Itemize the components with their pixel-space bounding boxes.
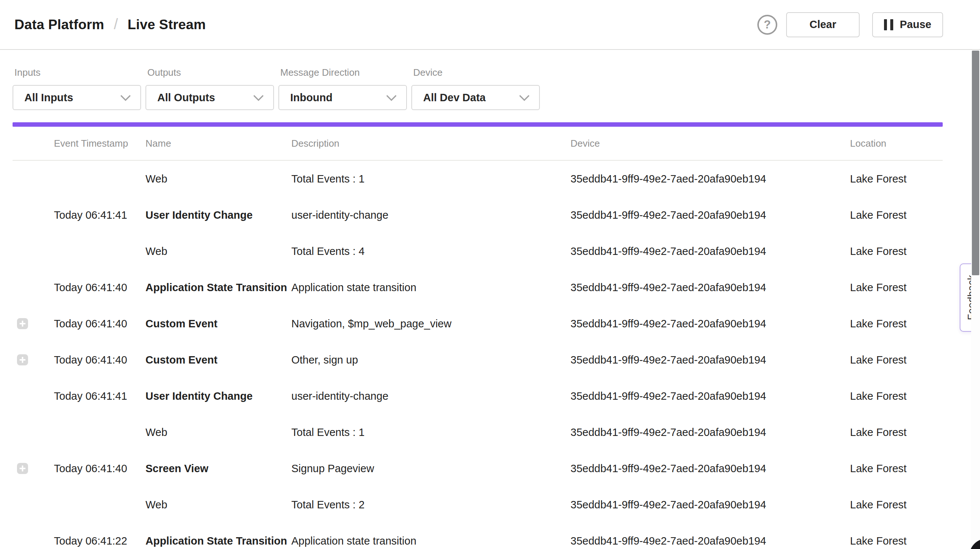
outputs-select[interactable]: All Outputs: [145, 85, 274, 110]
event-description: Application state transition: [291, 281, 571, 294]
filter-outputs-label: Outputs: [145, 67, 274, 78]
filter-inputs: Inputs All Inputs: [13, 67, 141, 110]
column-header-description: Description: [291, 138, 571, 149]
table-row[interactable]: WebTotal Events : 235eddb41-9ff9-49e2-7a…: [13, 487, 943, 523]
event-location: Lake Forest: [850, 245, 943, 257]
event-description: Total Events : 1: [291, 426, 571, 439]
event-description: Other, sign up: [291, 354, 571, 366]
table-row[interactable]: Today 06:41:40Custom EventNavigation, $m…: [13, 306, 943, 342]
event-location: Lake Forest: [850, 209, 943, 221]
event-timestamp: Today 06:41:41: [54, 209, 145, 221]
expand-row-button[interactable]: [17, 463, 28, 474]
events-table: Event Timestamp Name Description Device …: [13, 127, 943, 549]
help-icon[interactable]: ?: [757, 15, 777, 35]
table-row[interactable]: Today 06:41:40Custom EventOther, sign up…: [13, 342, 943, 378]
breadcrumb-item-data-platform[interactable]: Data Platform: [14, 17, 104, 32]
event-name: User Identity Change: [145, 209, 291, 221]
table-row[interactable]: WebTotal Events : 135eddb41-9ff9-49e2-7a…: [13, 414, 943, 450]
clear-button[interactable]: Clear: [786, 12, 860, 37]
column-header-location: Location: [850, 138, 943, 149]
expand-cell: [13, 354, 54, 365]
event-location: Lake Forest: [850, 535, 943, 547]
event-timestamp: Today 06:41:40: [54, 354, 145, 366]
device-select[interactable]: All Dev Data: [411, 85, 540, 110]
event-device: 35eddb41-9ff9-49e2-7aed-20afa90eb194: [571, 499, 850, 511]
event-description: user-identity-change: [291, 209, 571, 221]
expand-row-button[interactable]: [17, 318, 28, 329]
table-row[interactable]: Today 06:41:41User Identity Changeuser-i…: [13, 378, 943, 414]
event-name: User Identity Change: [145, 390, 291, 402]
filter-device-label: Device: [411, 67, 540, 78]
inputs-select-value: All Inputs: [24, 92, 73, 104]
event-name: Web: [145, 173, 291, 185]
message-direction-select-value: Inbound: [290, 92, 332, 104]
event-location: Lake Forest: [850, 173, 943, 185]
plus-icon: [19, 357, 25, 363]
event-device: 35eddb41-9ff9-49e2-7aed-20afa90eb194: [571, 354, 850, 366]
outputs-select-value: All Outputs: [157, 92, 215, 104]
event-location: Lake Forest: [850, 354, 943, 366]
event-name: Application State Transition: [145, 281, 291, 294]
expand-row-button[interactable]: [17, 354, 28, 365]
event-device: 35eddb41-9ff9-49e2-7aed-20afa90eb194: [571, 535, 850, 547]
chevron-down-icon: [386, 91, 396, 101]
page-header: Data Platform / Live Stream ? Clear Paus…: [0, 0, 980, 50]
breadcrumb-item-live-stream: Live Stream: [127, 17, 206, 32]
chevron-down-icon: [253, 91, 264, 101]
table-row[interactable]: Today 06:41:40Screen ViewSignup Pageview…: [13, 450, 943, 487]
device-select-value: All Dev Data: [423, 92, 485, 104]
pause-button-label: Pause: [900, 19, 931, 31]
event-location: Lake Forest: [850, 426, 943, 439]
scrollbar-thumb[interactable]: [972, 51, 979, 275]
event-name: Web: [145, 245, 291, 257]
chevron-down-icon: [519, 91, 530, 101]
event-timestamp: Today 06:41:22: [54, 535, 145, 547]
pause-icon: [884, 19, 893, 30]
event-device: 35eddb41-9ff9-49e2-7aed-20afa90eb194: [571, 318, 850, 330]
event-device: 35eddb41-9ff9-49e2-7aed-20afa90eb194: [571, 281, 850, 294]
expand-cell: [13, 318, 54, 329]
header-actions: ? Clear Pause: [757, 12, 943, 37]
event-description: Total Events : 2: [291, 499, 571, 511]
event-timestamp: Today 06:41:41: [54, 390, 145, 402]
filter-device: Device All Dev Data: [411, 67, 540, 110]
breadcrumb-separator-icon: /: [114, 16, 118, 32]
event-name: Custom Event: [145, 318, 291, 330]
table-row[interactable]: WebTotal Events : 135eddb41-9ff9-49e2-7a…: [13, 161, 943, 197]
event-name: Web: [145, 499, 291, 511]
event-description: Total Events : 4: [291, 245, 571, 257]
plus-icon: [19, 466, 25, 471]
event-description: Navigation, $mp_web_page_view: [291, 318, 571, 330]
event-device: 35eddb41-9ff9-49e2-7aed-20afa90eb194: [571, 463, 850, 475]
pause-button[interactable]: Pause: [872, 12, 943, 37]
table-row[interactable]: WebTotal Events : 435eddb41-9ff9-49e2-7a…: [13, 233, 943, 269]
expand-cell: [13, 463, 54, 474]
message-direction-select[interactable]: Inbound: [278, 85, 407, 110]
event-description: Signup Pageview: [291, 463, 571, 475]
scrollbar-track[interactable]: [971, 51, 980, 549]
table-body: WebTotal Events : 135eddb41-9ff9-49e2-7a…: [13, 161, 943, 549]
clear-button-label: Clear: [810, 19, 836, 31]
event-timestamp: Today 06:41:40: [54, 318, 145, 330]
filter-message-direction-label: Message Direction: [278, 67, 407, 78]
event-name: Screen View: [145, 463, 291, 475]
event-location: Lake Forest: [850, 390, 943, 402]
table-row[interactable]: Today 06:41:22Application State Transiti…: [13, 523, 943, 549]
column-header-device: Device: [571, 138, 850, 149]
event-location: Lake Forest: [850, 318, 943, 330]
event-location: Lake Forest: [850, 463, 943, 475]
filter-outputs: Outputs All Outputs: [145, 67, 274, 110]
event-device: 35eddb41-9ff9-49e2-7aed-20afa90eb194: [571, 390, 850, 402]
event-device: 35eddb41-9ff9-49e2-7aed-20afa90eb194: [571, 209, 850, 221]
event-name: Web: [145, 426, 291, 439]
event-timestamp: Today 06:41:40: [54, 281, 145, 294]
inputs-select[interactable]: All Inputs: [13, 85, 141, 110]
column-header-name: Name: [145, 138, 291, 149]
event-name: Custom Event: [145, 354, 291, 366]
table-row[interactable]: Today 06:41:40Application State Transiti…: [13, 269, 943, 306]
event-location: Lake Forest: [850, 281, 943, 294]
table-row[interactable]: Today 06:41:41User Identity Changeuser-i…: [13, 197, 943, 233]
plus-icon: [19, 321, 25, 327]
event-device: 35eddb41-9ff9-49e2-7aed-20afa90eb194: [571, 426, 850, 439]
filter-inputs-label: Inputs: [13, 67, 141, 78]
